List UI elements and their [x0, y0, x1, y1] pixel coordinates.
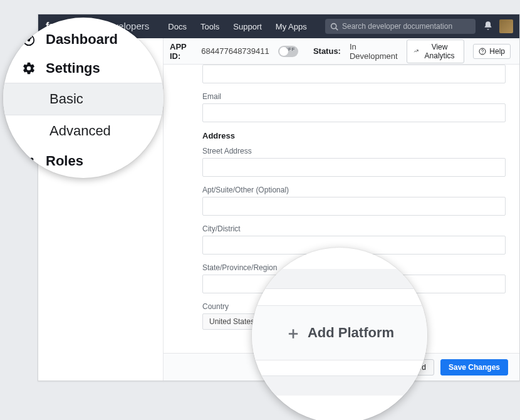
sidebar-item-settings[interactable]: Settings [3, 54, 164, 83]
sidebar-sub-advanced[interactable]: Advanced [3, 115, 164, 147]
svg-point-6 [25, 157, 29, 161]
search-icon [330, 23, 338, 31]
svg-point-0 [331, 23, 336, 28]
appid-label: APP ID: [170, 42, 192, 61]
users-icon [21, 154, 37, 168]
status-value: In Development [350, 42, 398, 61]
top-input[interactable] [202, 65, 506, 83]
sidebar-sub-label: Basic [49, 91, 83, 107]
nav-tools[interactable]: Tools [200, 22, 219, 31]
view-analytics-button[interactable]: View Analytics [407, 39, 465, 63]
gear-icon [21, 61, 37, 75]
city-label: City/District [202, 224, 506, 233]
help-label: Help [489, 47, 505, 56]
country-value: United States [209, 317, 254, 326]
help-button[interactable]: Help [473, 44, 511, 59]
gauge-icon [21, 33, 37, 46]
apt-label: Apt/Suite/Other (Optional) [202, 186, 506, 194]
svg-line-1 [336, 28, 338, 29]
street-label: Street Address [202, 147, 506, 155]
appid-value: 684477648739411 [201, 46, 269, 56]
svg-point-7 [30, 158, 34, 162]
sidebar-zoom-bubble: Dashboard Settings Basic Advanced Roles [3, 18, 164, 178]
contact-email-input[interactable] [202, 103, 506, 122]
plus-icon: ＋ [285, 325, 301, 341]
street-input[interactable] [202, 158, 506, 177]
avatar[interactable] [499, 19, 513, 33]
analytics-icon [413, 48, 419, 55]
nav-links: Docs Tools Support My Apps [168, 22, 306, 31]
status-label: Status: [313, 46, 341, 56]
sidebar-item-label: Settings [46, 60, 100, 76]
save-changes-button[interactable]: Save Changes [440, 359, 508, 375]
nav-myapps[interactable]: My Apps [276, 22, 307, 31]
live-toggle[interactable]: OFF [278, 46, 298, 57]
help-icon [479, 48, 486, 55]
nav-support[interactable]: Support [233, 22, 262, 31]
add-platform-zoom-bubble: ＋ Add Platform [252, 248, 427, 420]
address-header: Address [202, 131, 506, 140]
notifications-icon[interactable] [483, 21, 493, 33]
sidebar-item-label: Dashboard [46, 31, 118, 48]
sidebar-sub-basic[interactable]: Basic [3, 83, 164, 115]
search-box[interactable] [325, 19, 476, 34]
view-analytics-label: View Analytics [422, 43, 458, 60]
add-platform-label: Add Platform [308, 325, 394, 341]
svg-point-5 [28, 39, 30, 41]
contact-email-label: Email [202, 92, 506, 101]
nav-docs[interactable]: Docs [168, 22, 187, 31]
svg-point-3 [482, 53, 483, 53]
apt-input[interactable] [202, 197, 506, 216]
sidebar-sub-label: Advanced [49, 123, 111, 139]
sidebar-item-label: Roles [46, 153, 83, 169]
add-platform-button[interactable]: ＋ Add Platform [252, 305, 427, 360]
search-input[interactable] [342, 22, 471, 31]
toggle-off-label: OFF [284, 46, 295, 52]
